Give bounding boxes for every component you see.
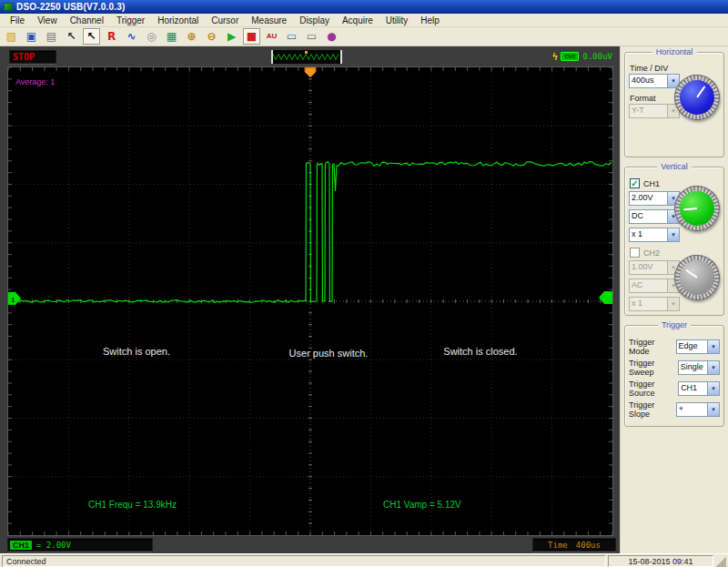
ch1-probe-select[interactable]: x 1 ▼ [629, 228, 680, 242]
refresh-icon: R [107, 31, 116, 42]
autoset-button[interactable]: AU [263, 28, 280, 45]
menu-item-channel[interactable]: Channel [64, 15, 110, 26]
fft-icon: ∿ [126, 31, 136, 42]
app-icon [4, 3, 13, 11]
about-button[interactable]: ● [323, 28, 340, 45]
trigger-group-title: Trigger [658, 320, 691, 329]
trigger-source-badge: CH1 [561, 52, 579, 61]
capture-icon: ▦ [167, 31, 177, 42]
ch1-volt-select[interactable]: 2.00V ▼ [629, 191, 680, 206]
chevron-down-icon[interactable]: ▼ [667, 228, 679, 241]
trigger-row-1: Trigger SweepSingle▼ [629, 359, 720, 377]
zoom-in-button[interactable]: ⊕ [183, 28, 200, 45]
trigger-position-marker[interactable] [305, 67, 316, 77]
vertical-group: Vertical ✓ CH1 2.00V ▼ DC ▼ x 1 ▼ [624, 167, 724, 316]
trigger-row-label: Trigger Sweep [629, 359, 678, 377]
ch1-checkbox[interactable]: ✓ [630, 178, 640, 188]
refresh-button[interactable]: R [103, 28, 120, 45]
ch1-frequency-readout: CH1 Frequ = 13.9kHz [88, 500, 177, 510]
chevron-down-icon[interactable]: ▼ [707, 340, 719, 353]
ch1-coupling-select[interactable]: DC ▼ [629, 209, 680, 224]
panel-window-icon: ▭ [307, 31, 317, 42]
menu-item-acquire[interactable]: Acquire [336, 15, 379, 26]
display-window-button[interactable]: ▭ [283, 28, 300, 45]
trigger-source-select[interactable]: CH1▼ [678, 381, 720, 396]
pan-button[interactable]: ◎ [143, 28, 160, 45]
open-file-button[interactable]: ▨ [3, 28, 20, 45]
horizontal-group-title: Horizontal [652, 47, 697, 56]
trigger-sweep-select[interactable]: Single▼ [678, 360, 720, 375]
annotation-user-push: User push switch. [289, 348, 369, 359]
window-title: DSO-2250 USB(V7.0.0.3) [16, 2, 125, 12]
display-window-icon: ▭ [287, 31, 297, 42]
ch2-position-knob[interactable] [674, 255, 720, 300]
menu-item-trigger[interactable]: Trigger [110, 15, 151, 26]
menu-item-cursor[interactable]: Cursor [205, 15, 245, 26]
start-button[interactable]: ▶ [223, 28, 240, 45]
title-bar[interactable]: DSO-2250 USB(V7.0.0.3) [0, 0, 728, 14]
connection-status: Connected [2, 555, 606, 567]
vertical-group-title: Vertical [657, 162, 692, 171]
ch2-checkbox-label: CH2 [643, 248, 660, 258]
ch2-volt-select: 1.00V ▼ [629, 260, 680, 275]
timebase-readout: Time 400us [532, 538, 616, 552]
fft-button[interactable]: ∿ [123, 28, 140, 45]
ch1-position-knob[interactable] [674, 186, 720, 231]
trigger-row-0: Trigger ModeEdge▼ [629, 338, 720, 356]
trigger-mode-select[interactable]: Edge▼ [676, 339, 720, 354]
format-select: Y-T ▼ [629, 104, 680, 118]
print-button[interactable]: ▤ [43, 28, 60, 45]
scope-display[interactable]: 1 Average: 1 Switch is open. User push s… [7, 66, 613, 536]
zoom-in-icon: ⊕ [187, 31, 196, 42]
ch1-trace [10, 162, 612, 303]
annotation-switch-open: Switch is open. [103, 346, 170, 357]
open-file-icon: ▨ [6, 31, 16, 42]
print-icon: ▤ [46, 31, 56, 42]
scope-area: STOP ϟ CH1 0.00uV 1 [0, 46, 620, 553]
time-div-select[interactable]: 400us ▼ [629, 74, 680, 88]
capture-button[interactable]: ▦ [163, 28, 180, 45]
scope-footer: CH1 = 2.00V Time 400us [0, 536, 620, 553]
scope-header: STOP ϟ CH1 0.00uV [0, 46, 620, 66]
chevron-down-icon[interactable]: ▼ [707, 382, 719, 395]
start-icon: ▶ [228, 31, 236, 42]
time-value: 400us [576, 541, 601, 550]
ch1-vamp-readout: CH1 Vamp = 5.12V [383, 500, 461, 510]
menu-item-horizontal[interactable]: Horizontal [151, 15, 205, 26]
trigger-level-value: 0.00uV [582, 52, 612, 61]
trigger-row-2: Trigger SourceCH1▼ [629, 380, 720, 398]
chevron-down-icon: ▼ [667, 298, 679, 310]
app-window: DSO-2250 USB(V7.0.0.3) FileViewChannelTr… [0, 0, 728, 567]
trigger-row-3: Trigger Slope+▼ [629, 400, 720, 419]
datetime-status: 15-08-2015 09:41 [608, 555, 713, 567]
ch2-checkbox[interactable] [630, 248, 640, 258]
stop-button[interactable]: ■ [243, 28, 260, 45]
trigger-slope-select[interactable]: +▼ [676, 402, 720, 417]
trigger-readout: ϟ CH1 0.00uV [552, 52, 612, 62]
menu-item-help[interactable]: Help [414, 15, 446, 26]
waveform-preview[interactable] [271, 50, 342, 64]
horizontal-knob[interactable] [674, 75, 720, 120]
menu-item-file[interactable]: File [4, 15, 31, 26]
ch1-marker-label: 1 [11, 296, 15, 304]
ch1-badge: CH1 [10, 541, 32, 550]
pointer-button[interactable]: ↖ [83, 28, 100, 45]
menu-item-measure[interactable]: Measure [245, 15, 293, 26]
trigger-group: Trigger Trigger ModeEdge▼Trigger SweepSi… [624, 325, 724, 427]
menu-item-display[interactable]: Display [293, 15, 336, 26]
save-button[interactable]: ▣ [23, 28, 40, 45]
chevron-down-icon[interactable]: ▼ [707, 403, 719, 416]
time-div-label: Time / DIV [630, 64, 720, 73]
trigger-row-label: Trigger Mode [629, 338, 676, 356]
cursor-select-icon: ↖ [66, 31, 76, 42]
chevron-down-icon[interactable]: ▼ [707, 361, 719, 374]
zoom-out-icon: ⊖ [207, 31, 216, 42]
pan-icon: ◎ [147, 31, 156, 42]
menu-item-view[interactable]: View [31, 15, 64, 26]
zoom-out-button[interactable]: ⊖ [203, 28, 220, 45]
panel-window-button[interactable]: ▭ [303, 28, 320, 45]
resize-grip[interactable] [715, 556, 726, 567]
cursor-select-button[interactable]: ↖ [63, 28, 80, 45]
trigger-level-marker[interactable] [599, 291, 612, 304]
menu-item-utility[interactable]: Utility [379, 15, 414, 26]
